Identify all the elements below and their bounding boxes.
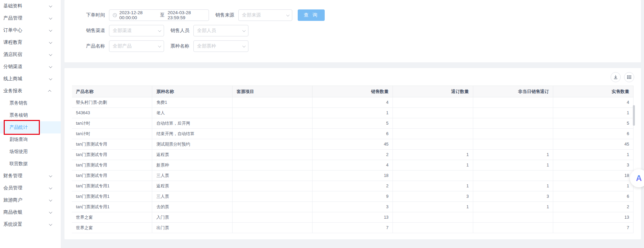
- sidebar-item-label: 剧场查询: [9, 136, 54, 143]
- table-cell: tan门票测试专用: [72, 170, 152, 181]
- table-cell: 新票种: [152, 160, 233, 170]
- sidebar-item-label: 票务销售: [9, 100, 54, 106]
- sales-source-label: 销售来源: [209, 12, 234, 18]
- table-header-cell: 实售数量: [553, 86, 634, 97]
- sidebar-item-label: 产品管理: [3, 15, 49, 21]
- sidebar-item[interactable]: 业务报表: [0, 85, 61, 97]
- table-row: tan门票测试专用返程票2111: [72, 150, 634, 160]
- table-cell: 1: [393, 150, 473, 160]
- table-cell: 2: [553, 202, 634, 212]
- sidebar-item[interactable]: 产品统计: [0, 121, 61, 133]
- table-header-cell: 票种名称: [152, 86, 233, 97]
- table-header-cell: 非当日销售退订: [473, 86, 553, 97]
- table-body: 塱头村门票-勿删免费144543643老人11tan计时自动结算，后开闸55ta…: [72, 97, 634, 233]
- sidebar-item-label: 业务报表: [3, 88, 49, 94]
- table-row: 世界之窗入门票1313: [72, 212, 634, 223]
- table-row: tan门票测试专用1返程票2111: [72, 181, 634, 191]
- table-cell: 3: [393, 191, 473, 202]
- date-range-input[interactable]: 2023-12-28 00:00:00 至 2024-03-28 23:59:5…: [109, 9, 209, 21]
- sidebar-item[interactable]: 线上商城: [0, 73, 61, 85]
- sales-staff-placeholder: 全部人员: [197, 28, 216, 34]
- order-time-label: 下单时间: [73, 12, 105, 18]
- sidebar-item[interactable]: 酒店民宿: [0, 49, 61, 61]
- sidebar-item-label: 财务管理: [3, 173, 49, 179]
- table-cell: 4: [313, 97, 393, 108]
- sidebar-item-label: 场馆使用: [9, 149, 54, 155]
- sales-source-select[interactable]: 全部来源: [238, 9, 292, 21]
- sidebar-item[interactable]: 联营数据: [0, 158, 61, 170]
- table-cell: 1: [553, 108, 634, 118]
- sales-source-placeholder: 全部来源: [242, 12, 261, 18]
- sidebar-item[interactable]: 课程教育: [0, 36, 61, 49]
- filter-panel: 下单时间 2023-12-28 00:00:00 至 2024-03-28 23…: [64, 0, 641, 62]
- table-row: tan计时自动结算，后开闸55: [72, 118, 634, 129]
- table-cell: 1: [553, 150, 634, 160]
- table-cell: [393, 108, 473, 118]
- sidebar-item[interactable]: 基础资料: [0, 0, 61, 12]
- column-settings-button[interactable]: [624, 72, 634, 82]
- sidebar-item[interactable]: 票务销售: [0, 97, 61, 109]
- table-cell: 3: [473, 191, 553, 202]
- table-cell: tan门票测试专用: [72, 139, 152, 150]
- table-cell: 5: [553, 118, 634, 129]
- table-cell: [232, 223, 313, 233]
- chevron-down-icon: [49, 16, 52, 20]
- sidebar-item-label: 系统设置: [3, 221, 49, 227]
- chevron-down-icon: [49, 222, 52, 226]
- sidebar-item-label: 产品统计: [9, 124, 54, 130]
- product-name-select[interactable]: 全部产品: [109, 40, 164, 52]
- table-row: tan门票测试专用三人票1818: [72, 170, 634, 181]
- sidebar-item[interactable]: 旅游商户: [0, 194, 61, 206]
- table-cell: [232, 181, 313, 191]
- table-scrollbar[interactable]: [633, 105, 635, 126]
- table-cell: [232, 212, 313, 223]
- table-cell: 6: [313, 129, 393, 139]
- sidebar-item-label: 商品收银: [3, 209, 49, 215]
- table-cell: [232, 160, 313, 170]
- download-button[interactable]: [611, 72, 621, 82]
- sidebar-item[interactable]: 会员管理: [0, 182, 61, 194]
- table-cell: [473, 118, 553, 129]
- table-cell: 7: [313, 223, 393, 233]
- sales-channel-select[interactable]: 全部渠道: [109, 25, 164, 36]
- table-cell: [232, 202, 313, 212]
- table-header-cell: 销售数量: [313, 86, 393, 97]
- table-cell: 13: [313, 212, 393, 223]
- table-cell: 2: [313, 150, 393, 160]
- table-cell: 3: [553, 160, 634, 170]
- table-cell: 7: [553, 223, 634, 233]
- table-cell: 4: [313, 160, 393, 170]
- sidebar-item[interactable]: 剧场查询: [0, 133, 61, 146]
- sidebar-item[interactable]: 产品管理: [0, 12, 61, 24]
- sales-staff-label: 销售人员: [164, 28, 189, 34]
- sidebar-item[interactable]: 票务核销: [0, 109, 61, 121]
- sidebar-item[interactable]: 财务管理: [0, 170, 61, 182]
- table-row: 543643老人11: [72, 108, 634, 118]
- column-settings-icon: [627, 75, 632, 80]
- table-cell: 老人: [152, 108, 233, 118]
- sales-staff-select[interactable]: 全部人员: [193, 25, 248, 36]
- filter-row-1: 下单时间 2023-12-28 00:00:00 至 2024-03-28 23…: [73, 9, 641, 21]
- query-button[interactable]: 查 询: [298, 9, 325, 21]
- table-cell: [473, 108, 553, 118]
- sidebar-item-label: 酒店民宿: [3, 52, 49, 58]
- table-cell: 出门票: [152, 223, 233, 233]
- sidebar-item-label: 分销渠道: [3, 64, 49, 70]
- table-header-cell: 退订数量: [393, 86, 473, 97]
- table-cell: tan门票测试专用: [72, 150, 152, 160]
- sidebar: 基础资料产品管理订单中心课程教育酒店民宿分销渠道线上商城业务报表票务销售票务核销…: [0, 0, 61, 248]
- clock-icon: [113, 13, 117, 18]
- sidebar-item[interactable]: 场馆使用: [0, 146, 61, 158]
- sidebar-item[interactable]: 商品收银: [0, 206, 61, 218]
- table-row: tan门票测试专用测试期票分时预约4545: [72, 139, 634, 150]
- table-cell: 1: [393, 181, 473, 191]
- table-toolbar: [64, 68, 641, 86]
- table-cell: 13: [553, 212, 634, 223]
- product-stats-table: 产品名称票种名称套票项目销售数量退订数量非当日销售退订实售数量 塱头村门票-勿删…: [72, 86, 634, 233]
- ticket-name-select[interactable]: 全部票种: [193, 40, 248, 52]
- sidebar-item[interactable]: 订单中心: [0, 24, 61, 36]
- sidebar-item[interactable]: 系统设置: [0, 218, 61, 230]
- sidebar-item[interactable]: 分销渠道: [0, 61, 61, 73]
- table-cell: 5: [313, 118, 393, 129]
- table-panel: 产品名称票种名称套票项目销售数量退订数量非当日销售退订实售数量 塱头村门票-勿删…: [64, 68, 641, 239]
